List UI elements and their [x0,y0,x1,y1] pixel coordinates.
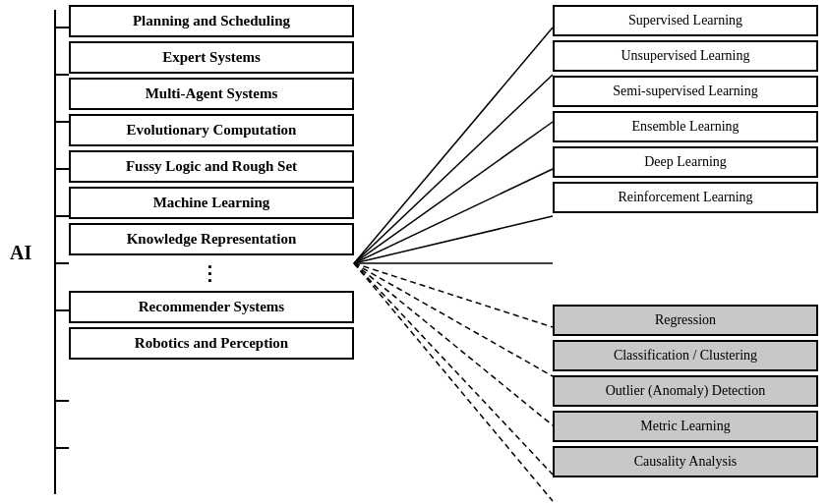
box-deep: Deep Learning [553,146,818,178]
box-metric: Metric Learning [553,411,818,442]
box-unsupervised: Unsupervised Learning [553,40,818,72]
box-fussy: Fussy Logic and Rough Set [69,150,354,183]
dots: ⋮ [69,259,354,287]
box-ensemble: Ensemble Learning [553,111,818,142]
ai-label: AI [10,241,31,263]
right-solid-boxes: Supervised Learning Unsupervised Learnin… [553,5,818,213]
svg-line-13 [354,216,553,263]
box-regression: Regression [553,305,818,336]
svg-line-9 [354,28,553,263]
svg-line-19 [354,263,553,501]
box-outlier: Outlier (Anomaly) Detection [553,375,818,407]
svg-line-10 [354,75,553,263]
box-recommender: Recommender Systems [69,291,354,323]
box-planning: Planning and Scheduling [69,5,354,37]
box-expert: Expert Systems [69,41,354,74]
box-ml: Machine Learning [69,187,354,219]
left-boxes-container: Planning and Scheduling Expert Systems M… [69,5,354,360]
svg-line-17 [354,263,553,425]
box-supervised: Supervised Learning [553,5,818,36]
svg-line-18 [354,263,553,475]
svg-line-12 [354,169,553,263]
left-vertical-bar [54,10,56,494]
box-multiagent: Multi-Agent Systems [69,78,354,110]
box-evolutionary: Evolutionary Computation [69,114,354,146]
svg-line-16 [354,263,553,376]
box-semisupervised: Semi-supervised Learning [553,76,818,107]
diagram: AI Planning and Scheduling Expert System… [0,0,828,504]
box-reinforcement: Reinforcement Learning [553,182,818,213]
box-knowledge: Knowledge Representation [69,223,354,255]
box-causality: Causality Analysis [553,446,818,477]
svg-line-11 [354,122,553,263]
box-classification: Classification / Clustering [553,340,818,371]
box-robotics: Robotics and Perception [69,327,354,360]
right-dashed-boxes: Regression Classification / Clustering O… [553,305,818,477]
svg-line-15 [354,263,553,327]
